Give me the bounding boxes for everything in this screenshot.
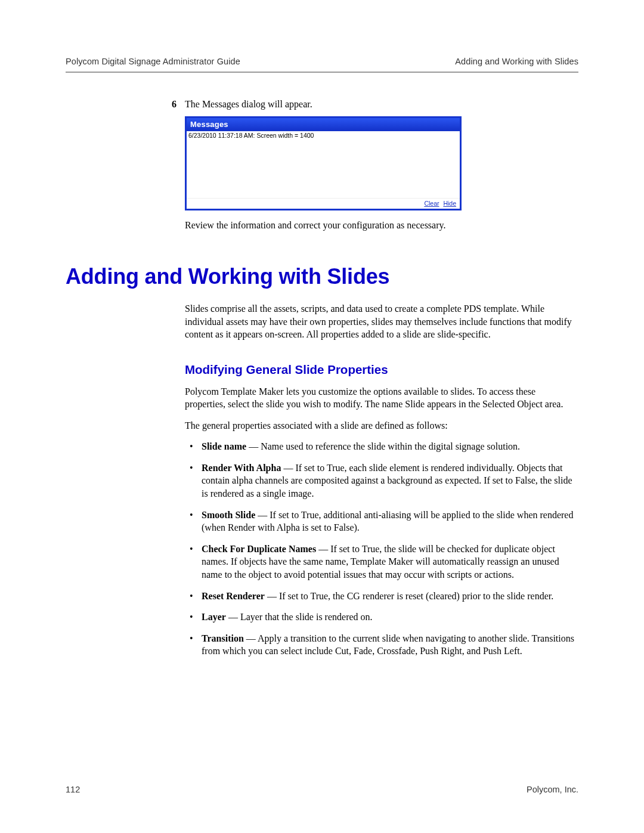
- mod-paragraph-1: Polycom Template Maker lets you customiz…: [185, 385, 578, 411]
- prop-desc: — Apply a transition to the current slid…: [202, 633, 574, 657]
- company-name: Polycom, Inc.: [527, 784, 578, 796]
- properties-list: Slide name — Name used to reference the …: [185, 440, 578, 658]
- list-item: Smooth Slide — If set to True, additiona…: [185, 509, 578, 534]
- messages-body: 6/23/2010 11:37:18 AM: Screen width = 14…: [187, 131, 460, 198]
- section-heading-h2: Modifying General Slide Properties: [185, 361, 578, 378]
- prop-term: Layer: [202, 612, 226, 622]
- section-heading-h1: Adding and Working with Slides: [66, 262, 578, 292]
- page-footer: 112 Polycom, Inc.: [66, 784, 578, 796]
- section-body: Slides comprise all the assets, scripts,…: [185, 302, 578, 658]
- list-item: Layer — Layer that the slide is rendered…: [185, 611, 578, 624]
- list-item: Slide name — Name used to reference the …: [185, 440, 578, 453]
- messages-footer: Clear Hide: [187, 198, 460, 209]
- list-item: Check For Duplicate Names — If set to Tr…: [185, 543, 578, 581]
- messages-hide-link[interactable]: Hide: [443, 200, 456, 207]
- messages-dialog: Messages 6/23/2010 11:37:18 AM: Screen w…: [185, 116, 462, 210]
- prop-desc: — If set to True, the CG renderer is res…: [265, 591, 553, 601]
- prop-term: Transition: [202, 633, 244, 643]
- messages-clear-link[interactable]: Clear: [424, 200, 439, 207]
- running-header: Polycom Digital Signage Administrator Gu…: [66, 56, 578, 73]
- list-item: Transition — Apply a transition to the c…: [185, 632, 578, 658]
- step-number: 6: [172, 98, 177, 111]
- list-item: Render With Alpha — If set to True, each…: [185, 462, 578, 500]
- page-number: 112: [66, 784, 80, 796]
- header-left: Polycom Digital Signage Administrator Gu…: [66, 56, 240, 68]
- prop-term: Check For Duplicate Names: [202, 544, 316, 554]
- mod-paragraph-2: The general properties associated with a…: [185, 419, 578, 432]
- prop-term: Render With Alpha: [202, 463, 281, 473]
- prop-term: Slide name: [202, 441, 246, 451]
- list-item: Reset Renderer — If set to True, the CG …: [185, 590, 578, 603]
- prop-term: Reset Renderer: [202, 591, 265, 601]
- prop-term: Smooth Slide: [202, 510, 255, 520]
- document-page: Polycom Digital Signage Administrator Gu…: [0, 0, 644, 833]
- messages-titlebar: Messages: [187, 118, 460, 131]
- prop-desc: — Layer that the slide is rendered on.: [226, 612, 373, 622]
- prop-desc: — Name used to reference the slide withi…: [246, 441, 520, 451]
- prop-desc: — If set to True, additional anti-aliasi…: [202, 510, 573, 533]
- step-text: The Messages dialog will appear.: [185, 99, 312, 109]
- step-block: 6 The Messages dialog will appear. Messa…: [185, 98, 578, 232]
- header-right: Adding and Working with Slides: [455, 56, 578, 68]
- review-text: Review the information and correct your …: [185, 219, 578, 232]
- intro-paragraph: Slides comprise all the assets, scripts,…: [185, 302, 578, 341]
